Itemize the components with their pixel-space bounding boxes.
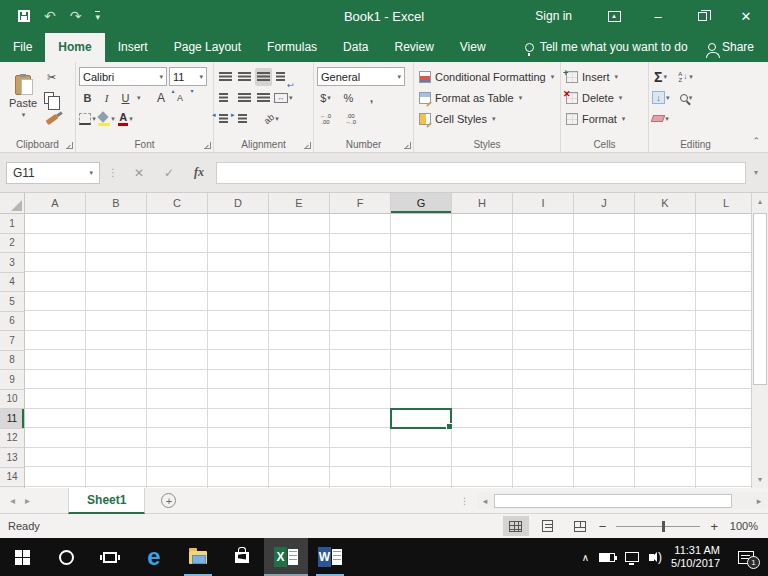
formula-input[interactable] [216,162,746,184]
word-taskbar-button[interactable]: W [308,538,352,576]
action-center-icon[interactable]: 1 [738,551,754,564]
row-header-14[interactable]: 14 [0,468,24,488]
zoom-slider[interactable] [616,526,700,527]
column-header-j[interactable]: J [574,193,635,213]
cut-icon[interactable]: ✂ [43,68,60,86]
font-name-combo[interactable]: Calibri▾ [79,67,167,86]
new-sheet-button[interactable]: + [161,493,176,508]
formula-bar-splitter[interactable]: ⋮ [108,167,118,178]
next-sheet-icon[interactable]: ▸ [25,495,40,506]
increase-decimal-button[interactable]: ←.0 .00 [317,110,334,128]
name-box-dropdown-icon[interactable]: ▾ [89,169,93,177]
format-painter-button[interactable] [43,110,60,128]
comma-style-button[interactable]: , [363,89,380,107]
tab-bar-splitter[interactable]: ⋮ [460,496,469,506]
customize-qat-icon[interactable]: ▾ [95,11,100,21]
collapse-ribbon-icon[interactable]: ⌃ [752,136,760,146]
center-button[interactable] [236,89,253,107]
close-button[interactable]: ✕ [724,0,768,32]
increase-font-size-button[interactable]: A [153,89,170,107]
percent-style-button[interactable]: % [340,89,357,107]
column-header-g[interactable]: G [391,193,452,213]
zoom-in-button[interactable]: + [710,519,718,534]
restore-button[interactable] [680,0,724,32]
tab-home[interactable]: Home [45,33,104,62]
italic-button[interactable]: I [98,89,115,107]
autosum-button[interactable]: Σ▾ [652,68,669,86]
volume-icon[interactable] [649,554,654,561]
format-cells-button[interactable]: Format▾ [564,108,645,129]
column-header-e[interactable]: E [269,193,330,213]
horizontal-scroll-thumb[interactable] [494,494,732,508]
scroll-down-icon[interactable]: ▾ [752,471,768,488]
fill-button[interactable]: ↓▾ [652,89,670,107]
minimize-button[interactable]: – [636,0,680,32]
row-header-5[interactable]: 5 [0,292,24,312]
find-select-button[interactable]: ▾ [678,89,695,107]
top-align-button[interactable] [217,68,234,86]
previous-sheet-icon[interactable]: ◂ [0,495,25,506]
increase-indent-button[interactable] [236,110,253,128]
delete-cells-button[interactable]: ✕ Delete▾ [564,87,645,108]
row-header-2[interactable]: 2 [0,234,24,254]
number-dialog-launcher-icon[interactable] [404,142,411,149]
row-header-6[interactable]: 6 [0,312,24,332]
number-format-combo[interactable]: General▾ [317,67,405,86]
column-header-c[interactable]: C [147,193,208,213]
insert-function-button[interactable]: fx [186,162,212,184]
borders-button[interactable]: ▾ [79,110,96,128]
undo-icon[interactable]: ↶ [44,8,56,24]
cortana-button[interactable] [44,538,88,576]
select-all-corner[interactable] [0,193,25,214]
row-header-3[interactable]: 3 [0,253,24,273]
zoom-out-button[interactable]: − [599,519,607,534]
bold-button[interactable]: B [79,89,96,107]
page-break-preview-button[interactable] [567,516,593,536]
wrap-text-button[interactable] [274,68,291,86]
conditional-formatting-button[interactable]: Conditional Formatting▾ [417,66,557,87]
alignment-dialog-launcher-icon[interactable] [304,142,311,149]
scroll-left-icon[interactable]: ◂ [477,496,493,506]
start-button[interactable] [0,538,44,576]
battery-icon[interactable] [599,553,615,562]
clock[interactable]: 11:31 AM 5/10/2017 [664,544,720,570]
format-as-table-button[interactable]: Format as Table▾ [417,87,557,108]
sheet-tab-sheet1[interactable]: Sheet1 [68,488,145,514]
store-button[interactable] [220,538,264,576]
cancel-button[interactable]: ✕ [126,162,152,184]
file-explorer-button[interactable] [176,538,220,576]
network-icon[interactable] [625,552,639,562]
ribbon-display-options-button[interactable]: ▴ [592,0,636,32]
formula-bar-expand-icon[interactable]: ▾ [750,168,762,177]
name-box[interactable]: G11 ▾ [6,162,100,184]
column-header-i[interactable]: I [513,193,574,213]
sort-filter-button[interactable]: AZ ↓ ▾ [677,68,694,86]
column-header-d[interactable]: D [208,193,269,213]
column-header-a[interactable]: A [25,193,86,213]
task-view-button[interactable] [88,538,132,576]
enter-button[interactable]: ✓ [156,162,182,184]
row-header-9[interactable]: 9 [0,370,24,390]
copy-button[interactable]: ▾ [43,89,60,107]
insert-cells-button[interactable]: + Insert▾ [564,66,645,87]
align-left-button[interactable] [217,89,234,107]
font-dialog-launcher-icon[interactable] [204,142,211,149]
page-layout-view-button[interactable] [535,516,561,536]
tab-file[interactable]: File [0,33,45,62]
column-header-k[interactable]: K [635,193,696,213]
row-header-8[interactable]: 8 [0,351,24,371]
vertical-scroll-thumb[interactable] [753,213,767,385]
scroll-up-icon[interactable]: ▴ [752,193,768,210]
column-header-h[interactable]: H [452,193,513,213]
edge-button[interactable]: e [132,538,176,576]
paste-button[interactable]: Paste ▾ [3,66,43,128]
clear-button[interactable]: ▾ [652,110,669,128]
zoom-level[interactable]: 100% [724,520,758,532]
normal-view-button[interactable] [503,516,529,536]
selected-cell[interactable] [390,408,452,429]
save-icon[interactable] [18,10,30,22]
row-header-11[interactable]: 11 [0,409,24,429]
redo-icon[interactable]: ↷ [70,8,82,24]
row-header-1[interactable]: 1 [0,214,24,234]
orientation-button[interactable]: ab▾ [263,110,280,128]
